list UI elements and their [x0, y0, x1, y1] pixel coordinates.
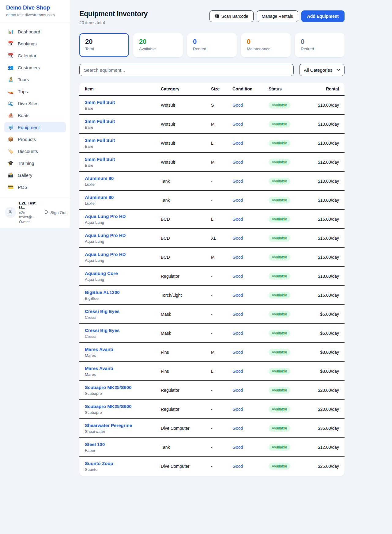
condition-link[interactable]: Good	[232, 160, 243, 165]
size-cell: -	[211, 292, 232, 298]
sidebar-item-label: Tours	[18, 77, 29, 82]
item-name-link[interactable]: Mares Avanti	[85, 347, 161, 352]
condition-cell: Good	[232, 349, 269, 355]
sidebar-item-training[interactable]: 🎓 Training	[4, 158, 66, 168]
item-name-link[interactable]: Cressi Big Eyes	[85, 309, 161, 314]
item-name-link[interactable]: Aqua Lung Pro HD	[85, 214, 161, 219]
condition-link[interactable]: Good	[232, 198, 243, 203]
status-badge: Available	[269, 102, 290, 109]
status-badge: Available	[269, 330, 290, 337]
sidebar-item-trips[interactable]: 🚤 Trips	[4, 86, 66, 97]
sidebar-item-equipment[interactable]: 🤿 Equipment	[4, 122, 66, 132]
condition-link[interactable]: Good	[232, 331, 243, 336]
table-row: Aluminum 80 Luxfer Tank - Good Available…	[79, 172, 345, 191]
category-cell: Regulator	[161, 406, 211, 412]
condition-link[interactable]: Good	[232, 217, 243, 222]
category-cell: Dive Computer	[161, 463, 211, 469]
stat-card-rented[interactable]: 0 Rented	[187, 33, 237, 57]
sidebar-item-label: Customers	[18, 65, 40, 70]
condition-link[interactable]: Good	[232, 445, 243, 450]
condition-link[interactable]: Good	[232, 407, 243, 412]
condition-link[interactable]: Good	[232, 369, 243, 374]
item-name-link[interactable]: Suunto Zoop	[85, 461, 161, 466]
column-header-rental: Rental	[315, 86, 339, 91]
condition-link[interactable]: Good	[232, 141, 243, 146]
item-name-link[interactable]: Steel 100	[85, 442, 161, 447]
status-cell: Available	[269, 254, 315, 261]
sidebar-item-customers[interactable]: 👥 Customers	[4, 62, 66, 73]
sidebar-item-tours[interactable]: 🏝️ Tours	[4, 74, 66, 85]
item-name-link[interactable]: 5mm Full Suit	[85, 157, 161, 162]
rental-value: $20.00/day	[318, 407, 339, 412]
sidebar-item-discounts[interactable]: 🏷️ Discounts	[4, 146, 66, 156]
sidebar-item-bookings[interactable]: 📅 Bookings	[4, 38, 66, 49]
search-input[interactable]	[79, 64, 294, 76]
column-header-status: Status	[269, 86, 315, 91]
rental-cell: $15.00/day	[315, 216, 339, 222]
condition-link[interactable]: Good	[232, 426, 243, 431]
condition-link[interactable]: Good	[232, 464, 243, 469]
manage-rentals-button[interactable]: Manage Rentals	[257, 10, 298, 22]
category-cell: Mask	[161, 330, 211, 336]
condition-link[interactable]: Good	[232, 388, 243, 393]
item-brand: Luxfer	[85, 182, 161, 187]
status-badge: Available	[269, 197, 290, 204]
item-cell: Suunto Zoop Suunto	[85, 461, 161, 472]
training-icon: 🎓	[8, 160, 14, 166]
condition-link[interactable]: Good	[232, 236, 243, 241]
scan-barcode-button[interactable]: Scan Barcode	[209, 10, 254, 22]
item-name-link[interactable]: Shearwater Peregrine	[85, 423, 161, 428]
item-name-link[interactable]: Aluminum 80	[85, 176, 161, 181]
products-icon: 📦	[8, 136, 14, 142]
stat-card-available[interactable]: 20 Available	[133, 33, 183, 57]
category-value: Tank	[161, 179, 170, 184]
item-name-link[interactable]: Mares Avanti	[85, 366, 161, 371]
sidebar-item-dashboard[interactable]: 📊 Dashboard	[4, 26, 66, 37]
item-name-link[interactable]: Scubapro MK25/S600	[85, 385, 161, 390]
item-name-link[interactable]: Aluminum 80	[85, 195, 161, 200]
item-brand: Aqua Lung	[85, 258, 161, 263]
status-badge: Available	[269, 349, 290, 356]
rental-value: $5.00/day	[320, 331, 339, 336]
add-equipment-button[interactable]: Add Equipment	[301, 10, 345, 22]
sidebar-item-dive-sites[interactable]: 🌊 Dive Sites	[4, 98, 66, 109]
item-name-link[interactable]: Aqua Lung Pro HD	[85, 252, 161, 257]
category-value: BCD	[161, 236, 170, 241]
stat-card-retired[interactable]: 0 Retired	[295, 33, 345, 57]
item-cell: Aqua Lung Pro HD Aqua Lung	[85, 252, 161, 263]
sidebar-item-calendar[interactable]: 📆 Calendar	[4, 50, 66, 61]
item-name-link[interactable]: 3mm Full Suit	[85, 100, 161, 105]
sign-out-button[interactable]: Sign Out	[44, 210, 66, 215]
condition-link[interactable]: Good	[232, 293, 243, 298]
item-name-link[interactable]: 3mm Full Suit	[85, 138, 161, 143]
condition-cell: Good	[232, 178, 269, 184]
sidebar-item-gallery[interactable]: 📸 Gallery	[4, 170, 66, 180]
condition-link[interactable]: Good	[232, 312, 243, 317]
item-name-link[interactable]: Scubapro MK25/S600	[85, 404, 161, 409]
condition-link[interactable]: Good	[232, 274, 243, 279]
condition-link[interactable]: Good	[232, 350, 243, 355]
status-cell: Available	[269, 140, 315, 147]
stat-card-maintenance[interactable]: 0 Maintenance	[241, 33, 291, 57]
item-name-link[interactable]: Aqua Lung Pro HD	[85, 233, 161, 238]
item-name-link[interactable]: BigBlue AL1200	[85, 290, 161, 295]
rental-cell: $10.00/day	[315, 121, 339, 127]
status-badge: Available	[269, 425, 290, 432]
status-cell: Available	[269, 425, 315, 432]
condition-link[interactable]: Good	[232, 122, 243, 127]
condition-link[interactable]: Good	[232, 179, 243, 184]
sidebar-item-boats[interactable]: ⛵ Boats	[4, 110, 66, 120]
sign-out-icon	[44, 210, 48, 215]
stat-card-total[interactable]: 20 Total	[79, 33, 129, 57]
item-name-link[interactable]: Cressi Big Eyes	[85, 328, 161, 333]
item-name-link[interactable]: 3mm Full Suit	[85, 119, 161, 124]
status-cell: Available	[269, 406, 315, 413]
condition-link[interactable]: Good	[232, 255, 243, 260]
item-brand: Scubapro	[85, 410, 161, 415]
size-value: L	[211, 369, 213, 374]
sidebar-item-pos[interactable]: 💳 POS	[4, 182, 66, 192]
sidebar-item-products[interactable]: 📦 Products	[4, 134, 66, 144]
item-name-link[interactable]: Aqualung Core	[85, 271, 161, 276]
condition-link[interactable]: Good	[232, 103, 243, 108]
category-select[interactable]: All Categories	[299, 64, 345, 76]
